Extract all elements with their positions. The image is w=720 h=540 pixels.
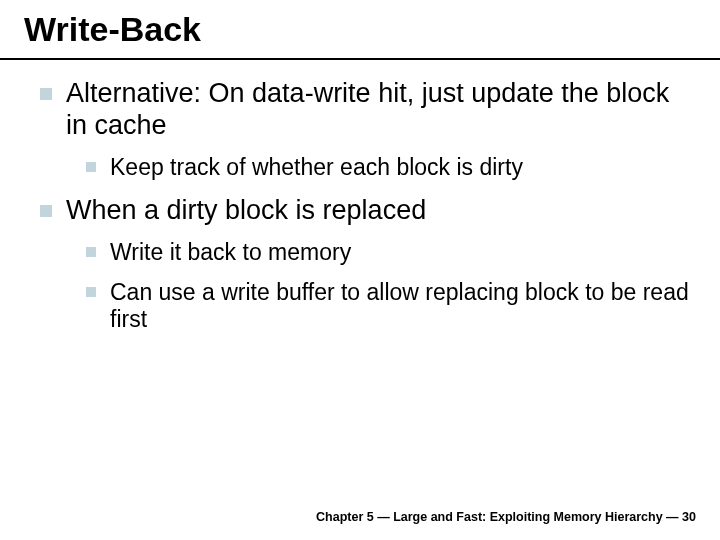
bullet-text: When a dirty block is replaced — [66, 195, 426, 227]
bullet-item: When a dirty block is replaced — [40, 195, 696, 227]
bullet-text: Keep track of whether each block is dirt… — [110, 154, 523, 182]
square-bullet-icon — [40, 88, 52, 100]
title-divider — [0, 58, 720, 60]
bullet-item: Alternative: On data-write hit, just upd… — [40, 78, 696, 142]
bullet-text: Write it back to memory — [110, 239, 351, 267]
slide-body: Alternative: On data-write hit, just upd… — [40, 78, 696, 334]
sub-bullet-item: Write it back to memory — [86, 239, 696, 267]
square-bullet-icon — [86, 247, 96, 257]
sub-bullet-item: Can use a write buffer to allow replacin… — [86, 279, 696, 334]
slide: Write-Back Alternative: On data-write hi… — [0, 0, 720, 540]
bullet-text: Can use a write buffer to allow replacin… — [110, 279, 696, 334]
bullet-text: Alternative: On data-write hit, just upd… — [66, 78, 696, 142]
footer-text: Chapter 5 — Large and Fast: Exploiting M… — [316, 510, 696, 524]
slide-title: Write-Back — [24, 10, 696, 49]
square-bullet-icon — [86, 162, 96, 172]
square-bullet-icon — [86, 287, 96, 297]
sub-bullet-item: Keep track of whether each block is dirt… — [86, 154, 696, 182]
square-bullet-icon — [40, 205, 52, 217]
